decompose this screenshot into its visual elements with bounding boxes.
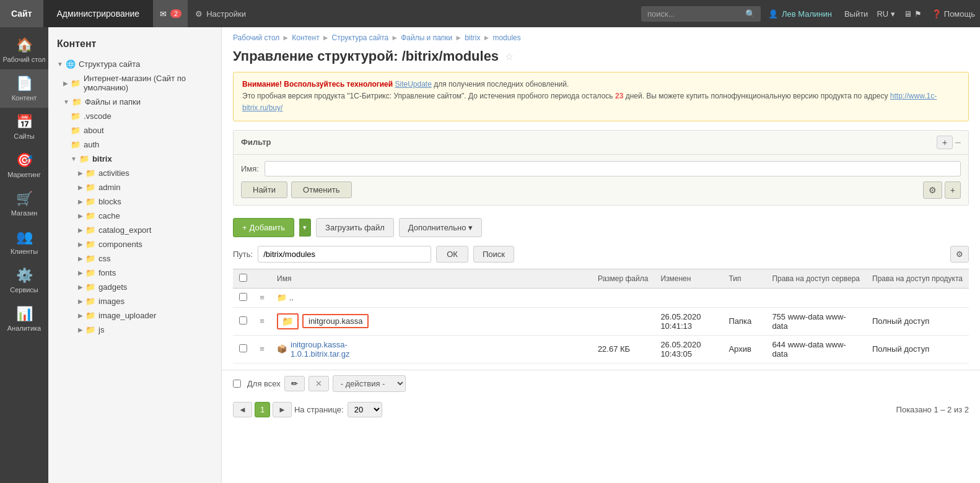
path-settings-button[interactable]: ⚙ — [950, 246, 969, 263]
breadcrumb-content[interactable]: Контент — [292, 33, 319, 42]
row-up-checkbox[interactable] — [239, 293, 247, 301]
upload-button[interactable]: Загрузить файл — [316, 218, 394, 237]
nav-item-gadgets[interactable]: ▶ 📁 gadgets — [48, 280, 221, 294]
filter-collapse-button[interactable]: – — [955, 137, 961, 148]
more-button[interactable]: Дополнительно ▾ — [399, 218, 483, 237]
row-up-menu-icon[interactable]: ≡ — [260, 293, 265, 302]
nav-label-blocks: blocks — [98, 197, 121, 206]
path-input[interactable] — [258, 246, 431, 263]
filter-settings-button[interactable]: ⚙ — [923, 181, 942, 199]
breadcrumb-sep-2: ► — [322, 33, 330, 42]
search-button[interactable]: 🔍 — [740, 6, 761, 22]
nav-item-fonts[interactable]: ▶ 📁 fonts — [48, 266, 221, 280]
nav-item-image-uploader[interactable]: ▶ 📁 image_uploader — [48, 308, 221, 323]
nav-item-components[interactable]: ▶ 📁 components — [48, 237, 221, 251]
language-selector[interactable]: RU ▾ — [873, 9, 898, 19]
next-page-button[interactable]: ► — [273, 402, 292, 417]
actions-select[interactable]: - действия - Удалить Переместить Копиров… — [333, 375, 406, 392]
sidebar-label-content: Контент — [12, 94, 37, 102]
nav-item-js[interactable]: ▶ 📁 js — [48, 323, 221, 337]
filter-buttons-row: Найти Отменить ⚙ + — [241, 181, 961, 199]
nav-item-css[interactable]: ▶ 📁 css — [48, 251, 221, 266]
favorite-star-icon[interactable]: ☆ — [505, 51, 514, 63]
add-dropdown-button[interactable]: ▾ — [299, 219, 311, 237]
site-tab[interactable]: Сайт — [0, 0, 43, 27]
settings-nav[interactable]: ⚙ Настройки — [188, 0, 253, 27]
table-row: ≡ 📁 initgroup.kassa 26.05.202010:41:13 П… — [233, 307, 969, 335]
row-up-label: .. — [289, 293, 294, 302]
archive-file-link[interactable]: 📦 initgroup.kassa-1.0.1.bitrix.tar.gz — [277, 340, 585, 359]
sidebar-item-clients[interactable]: 👥 Клиенты — [0, 223, 48, 261]
row-archive-menu-icon[interactable]: ≡ — [260, 344, 265, 354]
filter-find-button[interactable]: Найти — [241, 181, 287, 198]
nav-item-admin[interactable]: ▶ 📁 admin — [48, 180, 221, 194]
breadcrumb-desktop[interactable]: Рабочий стол — [233, 33, 279, 42]
breadcrumb-site-structure[interactable]: Структура сайта — [332, 33, 389, 42]
add-button[interactable]: + Добавить — [233, 218, 294, 237]
prev-page-button[interactable]: ◄ — [233, 402, 252, 417]
breadcrumb-files[interactable]: Файлы и папки — [401, 33, 452, 42]
images-folder-icon: 📁 — [85, 297, 95, 306]
page-nav: ◄ 1 ► — [233, 402, 292, 417]
nav-item-catalog-export[interactable]: ▶ 📁 catalog_export — [48, 223, 221, 237]
sidebar-item-sites[interactable]: 📅 Сайты — [0, 108, 48, 146]
filter-name-input[interactable] — [265, 161, 961, 176]
row-archive-product: Полный доступ — [866, 335, 969, 363]
row-archive-menu: ≡ — [253, 335, 271, 363]
nav-item-bitrix[interactable]: ▼ 📁 bitrix — [48, 152, 221, 166]
nav-item-online-shop[interactable]: ▶ 📁 Интернет-магазин (Сайт по умолчанию) — [48, 71, 221, 95]
nav-item-site-structure[interactable]: ▼ 🌐 Структура сайта — [48, 57, 221, 71]
delete-button[interactable]: ✕ — [308, 376, 329, 391]
search-input[interactable] — [641, 6, 740, 22]
messages-badge[interactable]: ✉ 2 — [154, 0, 188, 27]
breadcrumb-modules[interactable]: modules — [492, 33, 520, 42]
buy-link[interactable]: http://www.1c-bitrix.ru/buy/ — [242, 92, 937, 112]
monitor-icon[interactable]: 🖥 — [904, 9, 912, 19]
page-1-button[interactable]: 1 — [255, 402, 270, 417]
chevron-down-icon: ▾ — [891, 9, 895, 19]
nav-item-about[interactable]: 📁 about — [48, 123, 221, 137]
nav-label-js: js — [98, 325, 104, 334]
edit-button[interactable]: ✏ — [284, 376, 305, 391]
breadcrumb: Рабочий стол ► Контент ► Структура сайта… — [222, 27, 980, 45]
filter-cancel-button[interactable]: Отменить — [291, 181, 351, 198]
kassa-folder-link[interactable]: 📁 initgroup.kassa — [277, 313, 585, 329]
help-nav[interactable]: ❓ Помощь — [927, 9, 980, 19]
sidebar-item-content[interactable]: 📄 Контент — [0, 69, 48, 108]
home-icon: 🏠 — [16, 37, 33, 53]
nav-item-cache[interactable]: ▶ 📁 cache — [48, 209, 221, 223]
row-up-date — [654, 288, 722, 307]
sidebar-item-shop[interactable]: 🛒 Магазин — [0, 185, 48, 223]
nav-item-activities[interactable]: ▶ 📁 activities — [48, 166, 221, 180]
row-kassa-menu: ≡ — [253, 307, 271, 335]
path-ok-button[interactable]: ОК — [436, 246, 468, 263]
row-kassa-menu-icon[interactable]: ≡ — [260, 316, 265, 326]
per-page-select[interactable]: 10 20 50 100 — [348, 402, 382, 417]
sidebar-item-services[interactable]: ⚙️ Сервисы — [0, 261, 48, 300]
row-archive-checkbox[interactable] — [239, 344, 247, 352]
flag-icon[interactable]: ⚑ — [914, 9, 922, 19]
filter-add-button[interactable]: + — [937, 136, 953, 149]
nav-item-blocks[interactable]: ▶ 📁 blocks — [48, 194, 221, 209]
nav-item-vscode[interactable]: 📁 .vscode — [48, 109, 221, 123]
nav-item-files-folders[interactable]: ▼ 📁 Файлы и папки — [48, 95, 221, 109]
page-total-info: Показано 1 – 2 из 2 — [896, 405, 969, 414]
path-search-button[interactable]: Поиск — [473, 246, 514, 263]
siteupdate-link[interactable]: SiteUpdate — [395, 80, 432, 89]
help-label: Помощь — [944, 9, 975, 19]
sidebar-item-marketing[interactable]: 🎯 Маркетинг — [0, 146, 48, 185]
sidebar-item-analytics[interactable]: 📊 Аналитика — [0, 300, 48, 338]
breadcrumb-sep-4: ► — [455, 33, 462, 42]
sidebar-item-dashboard[interactable]: 🏠 Рабочий стол — [0, 31, 48, 69]
breadcrumb-bitrix[interactable]: bitrix — [465, 33, 480, 42]
nav-item-images[interactable]: ▶ 📁 images — [48, 294, 221, 308]
row-kassa-checkbox[interactable] — [239, 316, 247, 324]
admin-tab[interactable]: Администрирование — [43, 0, 154, 27]
row-up-name: 📁 .. — [271, 288, 592, 307]
select-all-checkbox[interactable] — [239, 274, 247, 282]
select-all-bottom-checkbox[interactable] — [233, 380, 241, 388]
filter-plus-button[interactable]: + — [945, 181, 961, 199]
nav-item-auth[interactable]: 📁 auth — [48, 137, 221, 152]
logout-button[interactable]: Выйти — [839, 9, 873, 19]
warning-title-end: для получения последних обновлений. — [432, 80, 569, 89]
